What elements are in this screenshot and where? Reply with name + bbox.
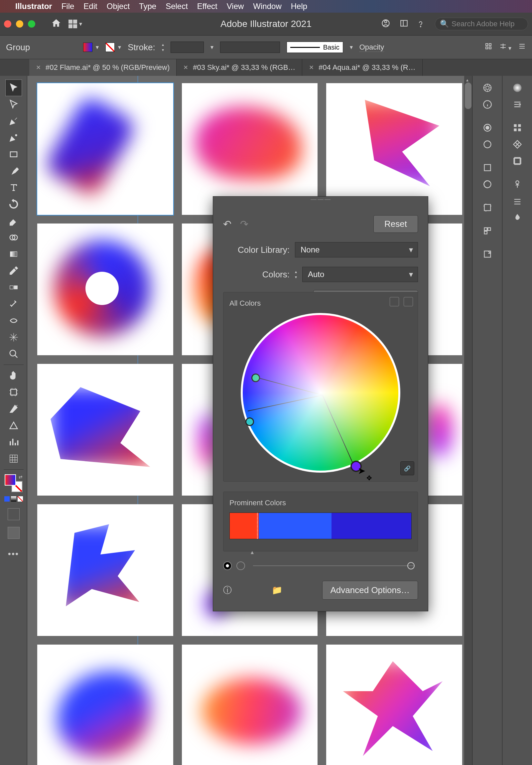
artboard[interactable] (182, 645, 318, 765)
opacity-label[interactable]: Opacity (359, 43, 384, 52)
graphic-styles-icon[interactable] (480, 137, 495, 152)
align-icon[interactable] (484, 42, 492, 52)
artboard[interactable] (37, 364, 173, 495)
artboard-tool[interactable] (6, 384, 22, 400)
workspace-switcher[interactable]: ▾ (69, 20, 82, 28)
close-tab-icon[interactable]: ✕ (36, 64, 41, 71)
colors-stepper[interactable]: ▴▾ (295, 270, 297, 280)
learn-icon[interactable] (418, 18, 426, 30)
libraries-panel-icon[interactable] (480, 224, 495, 238)
rectangle-tool[interactable] (6, 146, 22, 162)
menu-object[interactable]: Object (107, 2, 130, 11)
direct-selection-tool[interactable] (6, 96, 22, 112)
fill-swatch[interactable]: ▾ (83, 43, 99, 52)
cloud-sync-icon[interactable] (381, 19, 390, 29)
slice-tool[interactable] (6, 401, 22, 417)
color-wheel-handle[interactable] (246, 417, 254, 426)
width-tool[interactable] (6, 313, 22, 329)
color-order-icon[interactable] (390, 297, 399, 306)
menu-file[interactable]: File (62, 2, 75, 11)
draw-mode[interactable] (8, 508, 20, 520)
scroll-thumb[interactable] (465, 83, 471, 109)
window-minimize-button[interactable] (16, 20, 23, 28)
stroke-weight-field[interactable] (171, 42, 204, 53)
color-mode-row[interactable] (4, 496, 23, 501)
save-group-icon[interactable]: 📁 (271, 585, 282, 595)
eyedropper-tool[interactable] (6, 263, 22, 279)
asset-export-icon[interactable] (480, 177, 495, 192)
prominent-colors-bar[interactable] (230, 512, 412, 539)
share-panel-icon[interactable] (480, 247, 495, 262)
menu-view[interactable]: View (227, 2, 244, 11)
scroll-up-icon[interactable]: ▴ (466, 77, 468, 83)
link-harmony-icon[interactable]: 🔗 (400, 461, 414, 475)
symbol-sprayer-tool[interactable] (6, 296, 22, 312)
home-icon[interactable] (51, 18, 61, 30)
artboard[interactable] (37, 645, 173, 765)
brushes-panel-icon[interactable] (510, 137, 525, 152)
menu-window[interactable]: Window (253, 2, 281, 11)
transparency-panel-icon[interactable] (510, 194, 525, 208)
color-library-select[interactable]: None▾ (295, 242, 418, 258)
menu-type[interactable]: Type (139, 2, 156, 11)
artboard[interactable] (182, 83, 318, 215)
arrange-documents-icon[interactable] (400, 19, 408, 29)
stroke-weight-stepper[interactable]: ▴▾ (162, 42, 164, 52)
edit-toolbar-icon[interactable]: ••• (8, 549, 19, 559)
eraser-tool[interactable] (6, 213, 22, 229)
recolor-artwork-panel[interactable]: ↶ ↷ Reset Color Library: None▾ Colors: ▴… (213, 196, 428, 611)
menu-select[interactable]: Select (166, 2, 188, 11)
perspective-grid-tool[interactable] (6, 417, 22, 433)
swatches-panel-icon[interactable] (510, 120, 525, 135)
mesh-tool[interactable] (6, 451, 22, 467)
document-tab[interactable]: ✕ #04 Aqua.ai* @ 33,33 % (R… (302, 59, 422, 76)
color-shuffle-icon[interactable] (404, 297, 413, 306)
artboard[interactable] (326, 645, 462, 765)
rotate-tool[interactable] (6, 196, 22, 212)
vertical-scrollbar[interactable]: ▴ (464, 76, 472, 765)
properties-panel-icon[interactable] (480, 81, 495, 95)
fill-stroke-swatch[interactable]: ⇄ (5, 474, 23, 492)
more-options-icon[interactable] (518, 42, 526, 52)
menu-help[interactable]: Help (291, 2, 307, 11)
window-close-button[interactable] (4, 20, 11, 28)
close-tab-icon[interactable]: ✕ (183, 64, 188, 71)
artboard[interactable] (37, 504, 173, 636)
info-panel-icon[interactable] (480, 97, 495, 112)
info-icon[interactable]: ⓘ (223, 584, 232, 596)
swap-fill-stroke-icon[interactable]: ⇄ (19, 474, 23, 479)
undo-icon[interactable]: ↶ (223, 218, 232, 230)
menu-effect[interactable]: Effect (197, 2, 218, 11)
gradient-tool[interactable] (6, 246, 22, 262)
prominent-slider-handle[interactable]: ▴ (251, 548, 254, 556)
blend-tool[interactable] (6, 280, 22, 295)
shape-builder-tool[interactable] (6, 230, 22, 246)
transform-icon[interactable]: ▾ (499, 42, 511, 52)
appearance-panel-icon[interactable] (480, 120, 495, 135)
artboard[interactable] (326, 83, 462, 215)
screen-mode[interactable] (8, 527, 20, 539)
reset-button[interactable]: Reset (373, 215, 418, 233)
stroke-panel-icon[interactable] (510, 177, 525, 192)
close-tab-icon[interactable]: ✕ (309, 64, 314, 71)
stroke-swatch[interactable]: ▾ (105, 43, 121, 52)
help-search-input[interactable]: 🔍 Search Adobe Help (435, 18, 528, 30)
brightness-slider[interactable] (253, 565, 415, 566)
layers-panel-icon[interactable] (480, 160, 495, 175)
column-graph-tool[interactable] (6, 434, 22, 450)
pen-tool[interactable] (6, 113, 22, 129)
artboards-panel-icon[interactable] (480, 200, 495, 215)
free-transform-tool[interactable] (6, 329, 22, 345)
menu-edit[interactable]: Edit (84, 2, 97, 11)
color-wheel-handle[interactable] (252, 374, 260, 382)
selection-tool[interactable] (6, 80, 22, 96)
app-name[interactable]: Illustrator (15, 2, 52, 11)
document-tab[interactable]: ✕ #02 Flame.ai* @ 50 % (RGB/Preview) (29, 59, 177, 76)
brightness-mode-dark[interactable] (223, 561, 232, 570)
slider-knob[interactable] (407, 562, 415, 569)
variable-width-profile[interactable] (220, 42, 280, 53)
color-panel-icon[interactable] (510, 81, 525, 95)
hand-tool[interactable] (6, 368, 22, 383)
window-maximize-button[interactable] (28, 20, 35, 28)
brightness-mode-light[interactable] (237, 561, 245, 570)
